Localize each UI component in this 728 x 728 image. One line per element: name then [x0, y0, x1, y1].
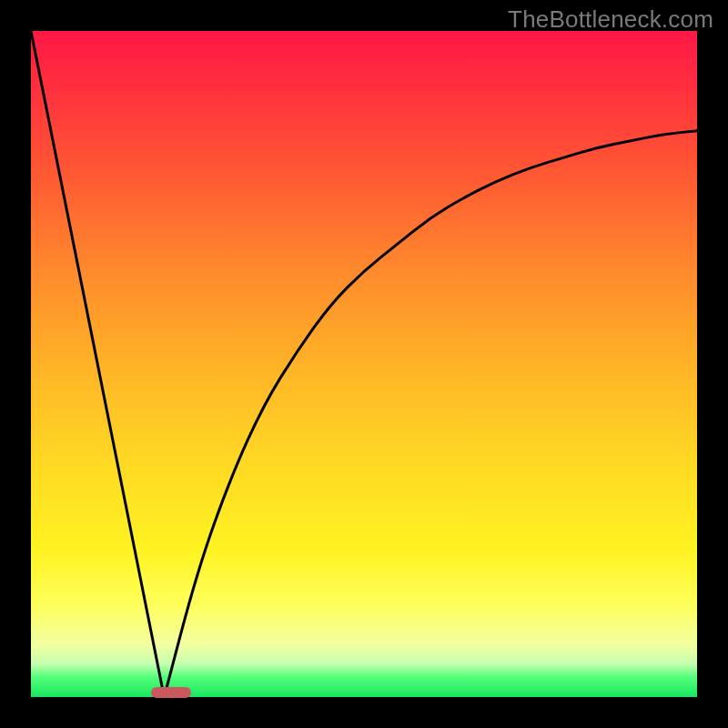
bottleneck-curve [31, 31, 697, 697]
chart-frame: TheBottleneck.com [0, 0, 728, 728]
plot-area [31, 31, 697, 697]
watermark-text: TheBottleneck.com [508, 5, 713, 34]
optimal-range-marker [151, 687, 191, 698]
